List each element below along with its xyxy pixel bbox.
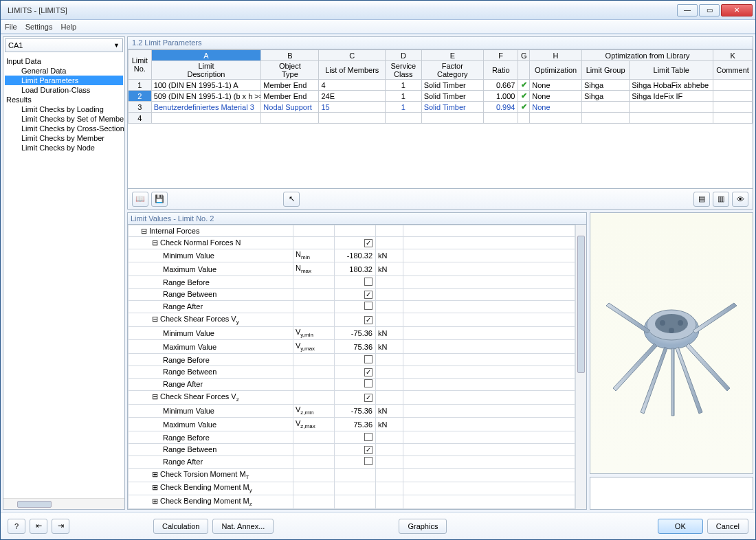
col-D[interactable]: D <box>386 50 422 61</box>
table-row[interactable]: 3Benutzerdefiniertes Material 3Nodal Sup… <box>129 102 753 113</box>
row-number[interactable]: 1 <box>129 80 152 91</box>
cell-list[interactable] <box>319 113 386 124</box>
case-combo[interactable]: CA1 ▼ <box>5 38 123 52</box>
pick-button[interactable]: ↖ <box>283 192 300 207</box>
checkbox-checked-icon[interactable]: ✓ <box>364 316 373 324</box>
excel-import-button[interactable]: ▥ <box>713 192 729 207</box>
row-number[interactable]: 3 <box>129 102 152 113</box>
values-label[interactable]: Maximum Value <box>129 418 293 431</box>
values-value[interactable] <box>335 495 376 509</box>
cell-factor[interactable]: Solid Timber <box>421 102 483 113</box>
cell-objtype[interactable]: Member End <box>261 80 319 91</box>
checkbox-empty-icon[interactable] <box>364 433 373 441</box>
values-label[interactable]: Minimum Value <box>129 404 293 418</box>
values-label[interactable]: Range Before <box>129 275 293 288</box>
col-H[interactable]: H <box>530 50 582 61</box>
values-row[interactable]: Range Between✓ <box>129 444 575 455</box>
cell-comment[interactable] <box>713 80 753 91</box>
col-K[interactable]: K <box>713 50 753 61</box>
view-button[interactable]: 👁 <box>732 192 748 207</box>
cell-check[interactable] <box>518 113 530 124</box>
values-label[interactable]: Range After <box>129 378 293 390</box>
values-row[interactable]: ⊟ Check Shear Forces Vy✓ <box>129 313 575 326</box>
col-E[interactable]: E <box>421 50 483 61</box>
cell-objtype[interactable]: Member End <box>261 91 319 102</box>
checkbox-checked-icon[interactable]: ✓ <box>364 368 373 376</box>
values-label[interactable]: Maximum Value <box>129 262 293 276</box>
values-label[interactable]: ⊟ Check Normal Forces N <box>129 237 293 249</box>
cell-comment[interactable] <box>713 113 753 124</box>
values-label[interactable]: Range After <box>129 300 293 313</box>
values-value[interactable] <box>335 378 376 390</box>
cell-check[interactable]: ✔ <box>518 102 530 113</box>
values-value[interactable] <box>335 482 376 495</box>
cell-tbl[interactable]: Sihga IdeFix IF <box>630 91 713 102</box>
col-G[interactable]: G <box>518 50 530 61</box>
preview-3d[interactable] <box>590 212 753 474</box>
navigation-tree[interactable]: Input Data General Data Limit Parameters… <box>3 54 124 498</box>
cell-opt[interactable]: None <box>530 91 582 102</box>
checkbox-empty-icon[interactable] <box>364 355 373 363</box>
values-label[interactable]: ⊞ Check Torsion Moment MT <box>129 468 293 482</box>
cell-ratio[interactable]: 0.667 <box>484 80 518 91</box>
cell-comment[interactable] <box>713 91 753 102</box>
nat-annex-button[interactable]: Nat. Annex... <box>212 519 274 534</box>
values-vscrollbar[interactable] <box>575 225 586 509</box>
limits-grid[interactable]: LimitNo. A B C D E F G H Optimization fr… <box>127 49 753 189</box>
values-label[interactable]: Minimum Value <box>129 326 293 340</box>
tree-results[interactable]: Results <box>5 95 123 104</box>
values-label[interactable]: ⊞ Check Bending Moment Mz <box>129 495 293 509</box>
tree-checks-set[interactable]: Limit Checks by Set of Members <box>5 114 123 124</box>
checkbox-checked-icon[interactable]: ✓ <box>364 239 373 247</box>
cell-grp[interactable] <box>581 102 629 113</box>
limit-values-grid[interactable]: ⊟ Internal Forces⊟ Check Normal Forces N… <box>127 224 587 510</box>
values-value[interactable]: ✓ <box>335 237 376 249</box>
cancel-button[interactable]: Cancel <box>707 519 748 534</box>
values-row[interactable]: Maximum ValueVy,max75.36kN <box>129 340 575 354</box>
close-button[interactable]: ✕ <box>721 4 753 16</box>
values-row[interactable]: Range After <box>129 378 575 390</box>
values-label[interactable]: Maximum Value <box>129 340 293 354</box>
checkbox-checked-icon[interactable]: ✓ <box>364 446 373 454</box>
tree-checks-cross[interactable]: Limit Checks by Cross-Section <box>5 124 123 133</box>
scroll-thumb[interactable] <box>17 501 52 508</box>
values-label[interactable]: Range Between <box>129 366 293 378</box>
values-label[interactable]: Range After <box>129 455 293 468</box>
cell-grp[interactable]: Sihga <box>581 80 629 91</box>
values-row[interactable]: Minimum ValueVz,min-75.36kN <box>129 404 575 418</box>
cell-check[interactable]: ✔ <box>518 80 530 91</box>
values-label[interactable]: Range Before <box>129 353 293 365</box>
menu-file[interactable]: File <box>5 23 17 31</box>
values-row[interactable]: Range Between✓ <box>129 366 575 378</box>
cell-factor[interactable] <box>421 113 483 124</box>
checkbox-empty-icon[interactable] <box>364 278 373 286</box>
values-label[interactable]: ⊞ Check Bending Moment My <box>129 482 293 495</box>
cell-list[interactable]: 4 <box>319 80 386 91</box>
prev-button[interactable]: ⇤ <box>30 519 47 534</box>
tree-input-data[interactable]: Input Data <box>5 56 123 66</box>
values-value[interactable]: 180.32 <box>335 262 376 276</box>
values-label[interactable]: Range Between <box>129 444 293 455</box>
values-label[interactable]: ⊟ Check Shear Forces Vy <box>129 313 293 326</box>
values-value[interactable]: -180.32 <box>335 249 376 262</box>
cell-list[interactable]: 24E <box>319 91 386 102</box>
cell-svc[interactable]: 1 <box>386 102 422 113</box>
cell-opt[interactable]: None <box>530 102 582 113</box>
cell-desc[interactable]: Benutzerdefiniertes Material 3 <box>151 102 261 113</box>
values-value[interactable]: ✓ <box>335 366 376 378</box>
values-row[interactable]: Range Before <box>129 353 575 365</box>
row-number[interactable]: 2 <box>129 91 152 102</box>
values-value[interactable]: -75.36 <box>335 326 376 340</box>
col-C[interactable]: C <box>319 50 386 61</box>
values-value[interactable]: ✓ <box>335 289 376 300</box>
cell-svc[interactable]: 1 <box>386 91 422 102</box>
cell-desc[interactable]: 509 (DIN EN 1995-1-1) (b x h >= <box>151 91 261 102</box>
limit-values-table[interactable]: ⊟ Internal Forces⊟ Check Normal Forces N… <box>128 225 575 509</box>
maximize-button[interactable]: ▭ <box>699 4 720 16</box>
values-row[interactable]: ⊞ Check Torsion Moment MT <box>129 468 575 482</box>
row-number[interactable]: 4 <box>129 113 152 124</box>
cell-list[interactable]: 15 <box>319 102 386 113</box>
cell-opt[interactable] <box>530 113 582 124</box>
values-row[interactable]: Minimum ValueNmin-180.32kN <box>129 249 575 262</box>
checkbox-empty-icon[interactable] <box>364 302 373 310</box>
